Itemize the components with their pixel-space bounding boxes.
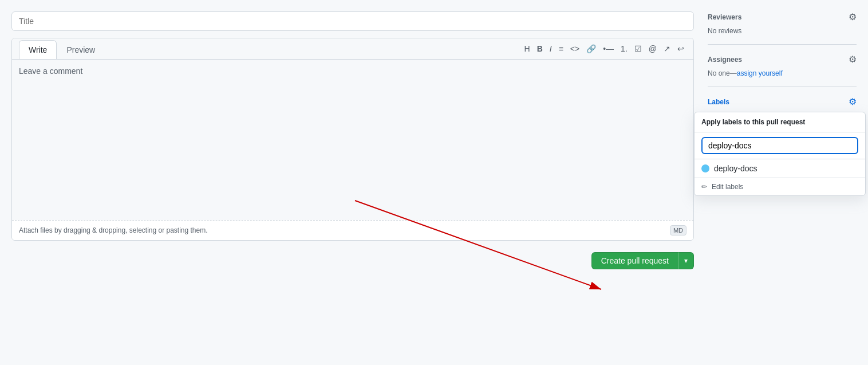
create-pr-button[interactable]: Create pull request	[591, 252, 678, 269]
md-badge: MD	[670, 225, 686, 236]
assignees-none-text: No one	[708, 69, 730, 77]
editor-tabs: Write Preview H B I ≡ <> 🔗 •— 1. ☑ @ ↗	[12, 38, 693, 60]
reviewers-value: No reviews	[708, 27, 857, 35]
sidebar-reviewers-header: Reviewers ⚙	[708, 11, 857, 22]
sidebar-assignees-title: Assignees	[708, 56, 742, 64]
assignees-value: No one—assign yourself	[708, 69, 857, 77]
toolbar-code[interactable]: <>	[568, 42, 582, 56]
toolbar-bold[interactable]: B	[535, 42, 545, 56]
toolbar-undo[interactable]: ↩	[675, 42, 686, 56]
edit-labels-text: Edit labels	[712, 183, 743, 191]
dropdown-header: Apply labels to this pull request	[695, 112, 865, 132]
sidebar: Reviewers ⚙ No reviews Assignees ⚙ No on…	[708, 11, 857, 354]
editor-container: Write Preview H B I ≡ <> 🔗 •— 1. ☑ @ ↗	[11, 38, 694, 241]
sidebar-assignees-header: Assignees ⚙	[708, 54, 857, 65]
sidebar-assignees-section: Assignees ⚙ No one—assign yourself	[708, 45, 857, 87]
sidebar-labels-title: Labels	[708, 98, 729, 106]
reviewers-gear-icon[interactable]: ⚙	[849, 11, 857, 22]
sidebar-labels-section: Labels ⚙ Apply labels to this pull reque…	[708, 87, 857, 121]
editor-wrap: Write Preview H B I ≡ <> 🔗 •— 1. ☑ @ ↗	[11, 38, 694, 241]
tab-preview[interactable]: Preview	[57, 40, 105, 59]
sidebar-labels-header: Labels ⚙	[708, 96, 857, 107]
attach-hint: Attach files by dragging & dropping, sel…	[19, 226, 208, 234]
toolbar-mention[interactable]: @	[646, 42, 659, 56]
editor-placeholder: Leave a comment	[19, 66, 82, 76]
dropdown-panel: Apply labels to this pull request deploy…	[694, 112, 866, 196]
label-search-input[interactable]	[701, 137, 858, 154]
toolbar-ordered-list[interactable]: 1.	[618, 42, 630, 56]
toolbar-blockquote[interactable]: ≡	[557, 42, 566, 56]
tab-write[interactable]: Write	[19, 40, 57, 59]
toolbar-unordered-list[interactable]: •—	[601, 42, 616, 56]
editor-footer: Attach files by dragging & dropping, sel…	[12, 220, 693, 240]
main-panel: Write Preview H B I ≡ <> 🔗 •— 1. ☑ @ ↗	[11, 11, 694, 354]
toolbar-link[interactable]: 🔗	[584, 42, 598, 56]
action-row: Create pull request ▾	[11, 252, 694, 269]
editor-toolbar: H B I ≡ <> 🔗 •— 1. ☑ @ ↗ ↩	[522, 38, 686, 59]
editor-body[interactable]: Leave a comment	[12, 60, 693, 220]
deploy-docs-dot	[701, 164, 709, 172]
dropdown-search	[695, 132, 865, 159]
toolbar-crossref[interactable]: ↗	[661, 42, 673, 56]
dropdown-edit-labels[interactable]: ✏ Edit labels	[695, 178, 865, 195]
sidebar-reviewers-section: Reviewers ⚙ No reviews	[708, 11, 857, 45]
assignees-gear-icon[interactable]: ⚙	[849, 54, 857, 65]
toolbar-italic[interactable]: I	[547, 42, 554, 56]
assign-yourself-link[interactable]: assign yourself	[737, 69, 783, 77]
labels-gear-icon[interactable]: ⚙	[849, 96, 857, 107]
create-pr-dropdown-button[interactable]: ▾	[678, 252, 694, 269]
dropdown-item-deploy-docs[interactable]: deploy-docs	[695, 159, 865, 178]
toolbar-tasklist[interactable]: ☑	[632, 42, 644, 56]
title-input[interactable]	[11, 11, 694, 31]
pencil-icon: ✏	[701, 183, 707, 191]
deploy-docs-label: deploy-docs	[714, 164, 757, 173]
toolbar-heading[interactable]: H	[522, 42, 532, 56]
sidebar-reviewers-title: Reviewers	[708, 13, 741, 21]
